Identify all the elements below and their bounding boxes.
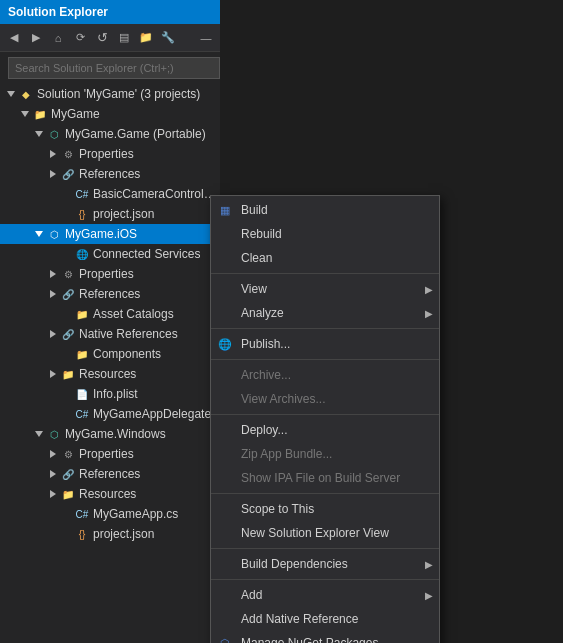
add-arrow: ▶ bbox=[425, 590, 433, 601]
expand-mygame[interactable] bbox=[18, 107, 32, 121]
showipa-label: Show IPA File on Build Server bbox=[241, 471, 400, 485]
cm-item-build[interactable]: ▦ Build bbox=[211, 198, 439, 222]
mygameapp-icon: C# bbox=[74, 506, 90, 522]
cm-item-newsolutionview[interactable]: New Solution Explorer View bbox=[211, 521, 439, 545]
tree-item-projectjson1[interactable]: {} project.json bbox=[0, 204, 220, 224]
expand-refs3[interactable] bbox=[46, 467, 60, 481]
tree-item-components[interactable]: 📁 Components bbox=[0, 344, 220, 364]
native-refs-label: Native References bbox=[79, 327, 178, 341]
tree-item-asset-catalogs[interactable]: 📁 Asset Catalogs bbox=[0, 304, 220, 324]
cm-item-deploy[interactable]: Deploy... bbox=[211, 418, 439, 442]
cm-item-view[interactable]: View ▶ bbox=[211, 277, 439, 301]
addnativeref-label: Add Native Reference bbox=[241, 612, 358, 626]
cm-sep4 bbox=[211, 414, 439, 415]
cm-item-builddeps[interactable]: Build Dependencies ▶ bbox=[211, 552, 439, 576]
expand-native-refs[interactable] bbox=[46, 327, 60, 341]
cm-item-analyze[interactable]: Analyze ▶ bbox=[211, 301, 439, 325]
expand-mygame-ios[interactable] bbox=[32, 227, 46, 241]
tree-item-mygame-windows[interactable]: ⬡ MyGame.Windows bbox=[0, 424, 220, 444]
se-toolbar: ◀ ▶ ⌂ ⟳ ↺ ▤ 📁 🔧 — bbox=[0, 24, 220, 52]
toolbar-home-btn[interactable]: ⌂ bbox=[48, 28, 68, 48]
tree-item-resources2[interactable]: 📁 Resources bbox=[0, 484, 220, 504]
basiccamera-icon: C# bbox=[74, 186, 90, 202]
references3-label: References bbox=[79, 467, 140, 481]
publish-label: Publish... bbox=[241, 337, 290, 351]
projectjson2-label: project.json bbox=[93, 527, 154, 541]
expand-props1[interactable] bbox=[46, 147, 60, 161]
mygame-folder-icon: 📁 bbox=[32, 106, 48, 122]
tree-item-resources1[interactable]: 📁 Resources bbox=[0, 364, 220, 384]
toolbar-filter-btn[interactable]: ▤ bbox=[114, 28, 134, 48]
toolbar-refresh-btn[interactable]: ↺ bbox=[92, 28, 112, 48]
solution-explorer-title: Solution Explorer bbox=[0, 0, 220, 24]
tree-item-appdelegate[interactable]: C# MyGameAppDelegate bbox=[0, 404, 220, 424]
cm-item-clean[interactable]: Clean bbox=[211, 246, 439, 270]
tree-item-mygame-game[interactable]: ⬡ MyGame.Game (Portable) bbox=[0, 124, 220, 144]
expand-props2[interactable] bbox=[46, 267, 60, 281]
tree-item-references1[interactable]: 🔗 References bbox=[0, 164, 220, 184]
tree-item-properties2[interactable]: ⚙ Properties bbox=[0, 264, 220, 284]
cm-item-managenuget[interactable]: ⬡ Manage NuGet Packages... bbox=[211, 631, 439, 643]
expand-resources1[interactable] bbox=[46, 367, 60, 381]
tree-item-references3[interactable]: 🔗 References bbox=[0, 464, 220, 484]
refs3-icon: 🔗 bbox=[60, 466, 76, 482]
tree-item-native-refs[interactable]: 🔗 Native References bbox=[0, 324, 220, 344]
tree-item-references2[interactable]: 🔗 References bbox=[0, 284, 220, 304]
toolbar-forward-btn[interactable]: ▶ bbox=[26, 28, 46, 48]
expand-solution[interactable] bbox=[4, 87, 18, 101]
build-icon: ▦ bbox=[217, 202, 233, 218]
cm-item-scope[interactable]: Scope to This bbox=[211, 497, 439, 521]
tree-item-mygameapp[interactable]: C# MyGameApp.cs bbox=[0, 504, 220, 524]
tree-item-solution[interactable]: ◆ Solution 'MyGame' (3 projects) bbox=[0, 84, 220, 104]
asset-catalogs-label: Asset Catalogs bbox=[93, 307, 174, 321]
publish-icon: 🌐 bbox=[217, 336, 233, 352]
refs2-icon: 🔗 bbox=[60, 286, 76, 302]
tree-item-basiccamera[interactable]: C# BasicCameraController.cs bbox=[0, 184, 220, 204]
expand-refs1[interactable] bbox=[46, 167, 60, 181]
tree-item-projectjson2[interactable]: {} project.json bbox=[0, 524, 220, 544]
cm-item-publish[interactable]: 🌐 Publish... bbox=[211, 332, 439, 356]
properties2-label: Properties bbox=[79, 267, 134, 281]
expand-none6 bbox=[60, 387, 74, 401]
toolbar-close-btn[interactable]: — bbox=[196, 28, 216, 48]
expand-props3[interactable] bbox=[46, 447, 60, 461]
expand-mygame-game[interactable] bbox=[32, 127, 46, 141]
props3-icon: ⚙ bbox=[60, 446, 76, 462]
resources2-label: Resources bbox=[79, 487, 136, 501]
toolbar-collapse-btn[interactable]: 📁 bbox=[136, 28, 156, 48]
expand-resources2[interactable] bbox=[46, 487, 60, 501]
cm-item-addnativeref[interactable]: Add Native Reference bbox=[211, 607, 439, 631]
toolbar-settings-btn[interactable]: 🔧 bbox=[158, 28, 178, 48]
mygame-windows-icon: ⬡ bbox=[46, 426, 62, 442]
cm-item-viewarchives: View Archives... bbox=[211, 387, 439, 411]
toolbar-back-btn[interactable]: ◀ bbox=[4, 28, 24, 48]
expand-refs2[interactable] bbox=[46, 287, 60, 301]
expand-mygame-windows[interactable] bbox=[32, 427, 46, 441]
components-label: Components bbox=[93, 347, 161, 361]
properties3-label: Properties bbox=[79, 447, 134, 461]
search-input[interactable] bbox=[8, 57, 220, 79]
tree-item-connected-services[interactable]: 🌐 Connected Services bbox=[0, 244, 220, 264]
add-label: Add bbox=[241, 588, 262, 602]
expand-none3 bbox=[60, 247, 74, 261]
cm-item-add[interactable]: Add ▶ bbox=[211, 583, 439, 607]
analyze-arrow: ▶ bbox=[425, 308, 433, 319]
tree-item-properties1[interactable]: ⚙ Properties bbox=[0, 144, 220, 164]
scope-label: Scope to This bbox=[241, 502, 314, 516]
cm-item-archive: Archive... bbox=[211, 363, 439, 387]
view-arrow: ▶ bbox=[425, 284, 433, 295]
tree-item-properties3[interactable]: ⚙ Properties bbox=[0, 444, 220, 464]
tree-item-infoplist[interactable]: 📄 Info.plist bbox=[0, 384, 220, 404]
references2-label: References bbox=[79, 287, 140, 301]
toolbar-sync-btn[interactable]: ⟳ bbox=[70, 28, 90, 48]
props1-icon: ⚙ bbox=[60, 146, 76, 162]
cm-sep3 bbox=[211, 359, 439, 360]
asset-catalogs-icon: 📁 bbox=[74, 306, 90, 322]
cm-sep6 bbox=[211, 548, 439, 549]
expand-none7 bbox=[60, 407, 74, 421]
tree-item-mygame[interactable]: 📁 MyGame bbox=[0, 104, 220, 124]
mygame-game-icon: ⬡ bbox=[46, 126, 62, 142]
connected-services-label: Connected Services bbox=[93, 247, 200, 261]
tree-item-mygame-ios[interactable]: ⬡ MyGame.iOS bbox=[0, 224, 220, 244]
cm-item-rebuild[interactable]: Rebuild bbox=[211, 222, 439, 246]
